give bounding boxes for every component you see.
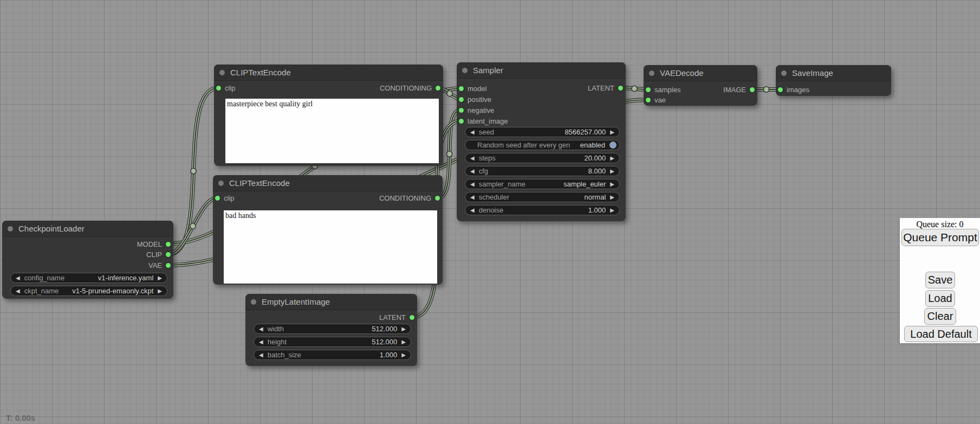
increment-arrow-icon[interactable]: ▶	[610, 156, 614, 161]
slot-dot-icon[interactable]	[166, 263, 171, 268]
load-button[interactable]: Load	[925, 290, 955, 307]
node-title-bar[interactable]: CLIPTextEncode	[214, 65, 443, 81]
increment-arrow-icon[interactable]: ▶	[610, 195, 614, 200]
node-title-bar[interactable]: CLIPTextEncode	[213, 175, 443, 191]
widget-label: scheduler	[479, 193, 509, 201]
node-title-bar[interactable]: EmptyLatentImage	[245, 294, 417, 310]
widget-random-seed-after-every-gen[interactable]: Random seed after every genenabled	[465, 140, 620, 150]
increment-arrow-icon[interactable]: ▶	[610, 130, 614, 135]
node-title: CheckpointLoader	[18, 224, 85, 233]
slot-label: negative	[468, 106, 494, 114]
prompt-textarea[interactable]	[225, 99, 439, 163]
decrement-arrow-icon[interactable]: ◀	[259, 339, 263, 345]
slot-dot-icon[interactable]	[459, 108, 464, 113]
slot-dot-icon[interactable]	[618, 86, 623, 91]
decrement-arrow-icon[interactable]: ◀	[470, 208, 475, 213]
node-clip-text-encode-negative[interactable]: CLIPTextEncodeclipCONDITIONING	[213, 175, 443, 285]
node-title: VAEDecode	[660, 68, 704, 78]
node-collapse-dot-icon[interactable]	[781, 70, 787, 76]
increment-arrow-icon[interactable]: ▶	[610, 169, 614, 174]
node-title: SaveImage	[792, 68, 833, 78]
slot-label: MODEL	[137, 240, 162, 248]
widget-value: sample_euler	[563, 180, 606, 188]
node-collapse-dot-icon[interactable]	[218, 181, 224, 186]
node-title-bar[interactable]: Sampler	[457, 62, 626, 79]
widget-batch-size[interactable]: ◀batch_size1.000▶	[254, 350, 411, 360]
queue-prompt-button[interactable]: Queue Prompt	[901, 229, 979, 246]
widget-height[interactable]: ◀height512.000▶	[254, 337, 411, 347]
widget-width[interactable]: ◀width512.000▶	[254, 324, 411, 334]
slot-label: CONDITIONING	[379, 194, 431, 202]
node-title-bar[interactable]: SaveImage	[776, 65, 891, 81]
widget-cfg[interactable]: ◀cfg8.000▶	[465, 166, 620, 176]
slot-dot-icon[interactable]	[166, 252, 171, 257]
widget-label: sampler_name	[479, 180, 525, 188]
node-collapse-dot-icon[interactable]	[219, 70, 225, 75]
slot-dot-icon[interactable]	[216, 86, 221, 91]
widget-config-name[interactable]: ◀config_namev1-inference.yaml▶	[10, 273, 167, 283]
node-collapse-dot-icon[interactable]	[251, 299, 256, 305]
widget-ckpt-name[interactable]: ◀ckpt_namev1-5-pruned-emaonly.ckpt▶	[10, 286, 167, 296]
node-collapse-dot-icon[interactable]	[649, 70, 654, 76]
widget-denoise[interactable]: ◀denoise1.000▶	[465, 205, 620, 215]
slot-label: VAE	[148, 261, 162, 269]
increment-arrow-icon[interactable]: ▶	[610, 182, 614, 187]
slot-dot-icon[interactable]	[750, 87, 755, 92]
node-title-bar[interactable]: CheckpointLoader	[2, 221, 173, 237]
save-button[interactable]: Save	[925, 272, 955, 288]
node-title-bar[interactable]: VAEDecode	[644, 65, 757, 81]
slot-label: clip	[224, 194, 235, 202]
toggle-circle-icon[interactable]	[609, 142, 616, 149]
slot-dot-icon[interactable]	[436, 86, 440, 91]
slot-dot-icon[interactable]	[410, 315, 414, 320]
node-collapse-dot-icon[interactable]	[462, 68, 468, 73]
node-save-image[interactable]: SaveImageimages	[776, 65, 891, 96]
slot-dot-icon[interactable]	[459, 86, 464, 91]
decrement-arrow-icon[interactable]: ◀	[470, 156, 475, 161]
node-checkpoint-loader[interactable]: CheckpointLoaderMODELCLIPVAE◀config_name…	[2, 221, 173, 299]
increment-arrow-icon[interactable]: ▶	[158, 288, 162, 294]
widget-steps[interactable]: ◀steps20.000▶	[465, 153, 620, 163]
slot-dot-icon[interactable]	[435, 196, 440, 201]
slot-dot-icon[interactable]	[646, 98, 651, 102]
slot-dot-icon[interactable]	[459, 97, 464, 102]
decrement-arrow-icon[interactable]: ◀	[470, 169, 475, 174]
clear-button[interactable]: Clear	[924, 308, 956, 325]
increment-arrow-icon[interactable]: ▶	[401, 339, 406, 345]
slot-dot-icon[interactable]	[778, 87, 783, 92]
decrement-arrow-icon[interactable]: ◀	[16, 288, 20, 294]
decrement-arrow-icon[interactable]: ◀	[470, 195, 475, 200]
node-sampler[interactable]: Samplermodelpositivenegativelatent_image…	[457, 62, 626, 221]
node-graph-canvas[interactable]: CheckpointLoaderMODELCLIPVAE◀config_name…	[0, 0, 980, 424]
decrement-arrow-icon[interactable]: ◀	[259, 352, 263, 358]
node-empty-latent-image[interactable]: EmptyLatentImageLATENT◀width512.000▶◀hei…	[245, 294, 417, 366]
node-vae-decode[interactable]: VAEDecodesamplesvaeIMAGE	[644, 65, 757, 106]
widget-scheduler[interactable]: ◀schedulernormal▶	[465, 192, 620, 202]
load-default-button[interactable]: Load Default	[904, 326, 978, 342]
node-collapse-dot-icon[interactable]	[8, 226, 13, 232]
widget-value: 8.000	[588, 167, 606, 175]
increment-arrow-icon[interactable]: ▶	[158, 275, 162, 281]
output-slot-CLIP: CLIP	[146, 249, 171, 259]
decrement-arrow-icon[interactable]: ◀	[259, 326, 263, 332]
increment-arrow-icon[interactable]: ▶	[401, 326, 406, 332]
widget-seed[interactable]: ◀seed8566257.000▶	[465, 127, 620, 137]
slot-dot-icon[interactable]	[166, 242, 171, 247]
input-slot-model: model	[459, 83, 486, 93]
widget-label: height	[268, 338, 287, 346]
node-clip-text-encode-positive[interactable]: CLIPTextEncodeclipCONDITIONING	[214, 65, 443, 166]
widget-value: 512.000	[372, 325, 397, 333]
prompt-textarea[interactable]	[224, 210, 437, 284]
increment-arrow-icon[interactable]: ▶	[610, 208, 614, 213]
increment-arrow-icon[interactable]: ▶	[401, 352, 406, 358]
widget-value: enabled	[580, 141, 605, 149]
slot-dot-icon[interactable]	[646, 87, 651, 92]
decrement-arrow-icon[interactable]: ◀	[16, 275, 20, 281]
decrement-arrow-icon[interactable]: ◀	[470, 130, 475, 135]
widget-sampler-name[interactable]: ◀sampler_namesample_euler▶	[465, 179, 620, 189]
slot-dot-icon[interactable]	[459, 119, 464, 124]
widget-label: width	[268, 325, 284, 333]
decrement-arrow-icon[interactable]: ◀	[470, 182, 475, 187]
slot-label: model	[468, 85, 486, 93]
slot-dot-icon[interactable]	[215, 196, 220, 201]
